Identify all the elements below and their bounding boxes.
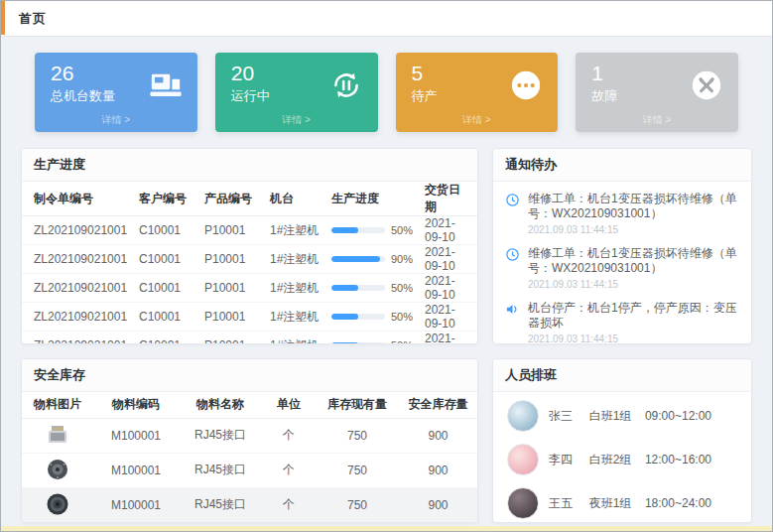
table-row: ZL202109021001 C10001 P10001 1#注塑机 50% 2… xyxy=(22,274,477,303)
notice-text: 维修工单：机台1变压器损坏待维修（单号：WX202109031001） xyxy=(528,192,739,221)
customer-no: C10001 xyxy=(133,216,198,245)
column-header: 物料编码 xyxy=(93,392,179,418)
column-header: 库存现有量 xyxy=(316,392,399,418)
card-info: 1 故障 xyxy=(591,62,617,105)
staff-schedule-panel: 人员排班 张三 白班1组 09:00~12:00 李四 白班2组 12:00~1… xyxy=(492,358,752,523)
panel-title: 通知待办 xyxy=(493,149,751,182)
stock-current: 750 xyxy=(316,418,399,453)
progress-track xyxy=(331,227,385,233)
stat-card-pending[interactable]: 5 待产 详情 > xyxy=(396,53,559,132)
dashboard-screen: 首页 26 总机台数量 xyxy=(0,0,773,532)
row-production-notices: 生产进度 制令单编号 客户编号 产品编号 机台 生产进度 交货日期 xyxy=(21,148,752,344)
progress-cell: 90% xyxy=(325,245,419,274)
staff-shift: 白班2组 xyxy=(589,452,635,468)
progress-fill xyxy=(331,314,358,320)
material-image-cell xyxy=(22,453,93,487)
production-table: 制令单编号 客户编号 产品编号 机台 生产进度 交货日期 ZL202109021… xyxy=(22,182,477,344)
inventory-table: 物料图片 物料编码 物料名称 单位 库存现有量 安全库存量 xyxy=(22,392,477,523)
staff-shift: 白班1组 xyxy=(589,408,635,425)
detail-link[interactable]: 详情 > xyxy=(396,113,559,127)
column-header: 单位 xyxy=(262,392,316,418)
safety-stock-panel: 安全库存 物料图片 物料编码 物料名称 单位 库存现有量 安全库存量 xyxy=(21,358,478,523)
notice-time: 2021.09.03 11:44:15 xyxy=(528,333,739,344)
material-unit: 个 xyxy=(262,487,316,522)
material-name: RJ45接口 xyxy=(179,487,262,522)
delivery-date: 2021-09-10 xyxy=(419,216,477,245)
machine: 1#注塑机 xyxy=(264,332,325,345)
machine: 1#注塑机 xyxy=(264,245,325,274)
staff-shift: 夜班1组 xyxy=(589,495,635,512)
stock-current: 750 xyxy=(316,487,399,522)
detail-link[interactable]: 详情 > xyxy=(215,113,378,127)
stat-card-total-machines[interactable]: 26 总机台数量 详情 > xyxy=(35,53,197,132)
avatar xyxy=(507,400,539,432)
stat-value: 5 xyxy=(412,62,438,85)
machine: 1#注塑机 xyxy=(264,216,325,245)
page-title: 首页 xyxy=(19,10,47,28)
running-icon xyxy=(328,67,364,103)
panel-title: 人员排班 xyxy=(493,359,751,392)
machine-icon xyxy=(148,67,184,103)
material-unit: 个 xyxy=(262,453,316,487)
progress-track xyxy=(331,256,385,262)
page-header: 首页 xyxy=(1,1,772,37)
detail-link[interactable]: 详情 > xyxy=(35,113,197,127)
material-image-cell xyxy=(22,418,93,453)
order-no: ZL202109021001 xyxy=(22,245,133,274)
order-no: ZL202109021001 xyxy=(22,303,133,332)
schedule-list: 张三 白班1组 09:00~12:00 李四 白班2组 12:00~16:00 … xyxy=(493,392,751,523)
order-no: ZL202109021001 xyxy=(22,332,133,345)
detail-link[interactable]: 详情 > xyxy=(576,113,738,127)
staff-time: 12:00~16:00 xyxy=(645,453,737,466)
notice-body: 维修工单：机台1变压器损坏待维修（单号：WX202109031001） 2021… xyxy=(528,192,739,235)
material-name: RJ45接口 xyxy=(179,453,262,487)
material-name: RJ45接口 xyxy=(179,418,262,453)
schedule-row: 李四 白班2组 12:00~16:00 xyxy=(507,438,737,481)
table-row: M100001 RJ45接口 个 750 900 xyxy=(22,418,477,453)
delivery-date: 2021-09-10 xyxy=(419,303,477,332)
staff-time: 09:00~12:00 xyxy=(645,409,737,423)
customer-no: C10001 xyxy=(133,303,198,332)
column-header: 物料名称 xyxy=(179,392,262,418)
delivery-date: 2021-09-10 xyxy=(419,245,477,274)
staff-name: 李四 xyxy=(549,452,580,468)
notice-item[interactable]: 机台停产：机台1停产，停产原因：变压器损坏 2021.09.03 11:44:1… xyxy=(503,295,741,344)
pending-icon xyxy=(508,67,544,103)
stat-label: 故障 xyxy=(591,87,617,105)
stock-current: 750 xyxy=(316,453,399,487)
customer-no: C10001 xyxy=(133,274,198,303)
card-info: 26 总机台数量 xyxy=(51,62,115,105)
fault-icon xyxy=(689,67,724,103)
stat-card-running[interactable]: 20 运行中 详情 > xyxy=(215,53,378,132)
progress-fill xyxy=(331,256,380,262)
progress-percent: 50% xyxy=(391,339,413,344)
notice-item[interactable]: 维修工单：机台1变压器损坏待维修（单号：WX202109031001） 2021… xyxy=(503,186,741,240)
stock-safety: 900 xyxy=(399,453,477,487)
table-row: M100001 RJ45接口 个 750 900 xyxy=(22,487,477,522)
notice-item[interactable]: 维修工单：机台1变压器损坏待维修（单号：WX202109031001） 2021… xyxy=(503,240,741,295)
stock-safety: 900 xyxy=(399,418,477,453)
machine: 1#注塑机 xyxy=(264,303,325,332)
panel-title: 生产进度 xyxy=(22,149,477,182)
stat-card-fault[interactable]: 1 故障 xyxy=(576,53,738,132)
schedule-row: 王五 夜班1组 18:00~24:00 xyxy=(507,481,737,523)
material-unit: 个 xyxy=(262,418,316,453)
row-inventory-schedule: 安全库存 物料图片 物料编码 物料名称 单位 库存现有量 安全库存量 xyxy=(21,358,752,523)
progress-cell: 50% xyxy=(325,303,419,332)
material-code: M100001 xyxy=(93,453,179,487)
table-row: ZL202109021001 C10001 P10001 1#注塑机 50% 2… xyxy=(22,332,477,345)
avatar xyxy=(507,487,539,519)
progress-track xyxy=(331,285,385,291)
stat-value: 20 xyxy=(231,62,270,85)
notice-text: 机台停产：机台1停产，停产原因：变压器损坏 xyxy=(528,301,739,331)
stat-value: 26 xyxy=(51,62,115,85)
panel-title: 安全库存 xyxy=(22,359,477,392)
material-image-cell xyxy=(22,487,93,522)
product-no: P10001 xyxy=(198,274,264,303)
card-main: 26 总机台数量 xyxy=(51,62,184,105)
column-header: 生产进度 xyxy=(325,182,419,216)
progress-percent: 50% xyxy=(391,224,413,236)
progress-track xyxy=(331,314,385,320)
production-progress-panel: 生产进度 制令单编号 客户编号 产品编号 机台 生产进度 交货日期 xyxy=(21,148,478,344)
notice-text: 维修工单：机台1变压器损坏待维修（单号：WX202109031001） xyxy=(528,246,739,276)
